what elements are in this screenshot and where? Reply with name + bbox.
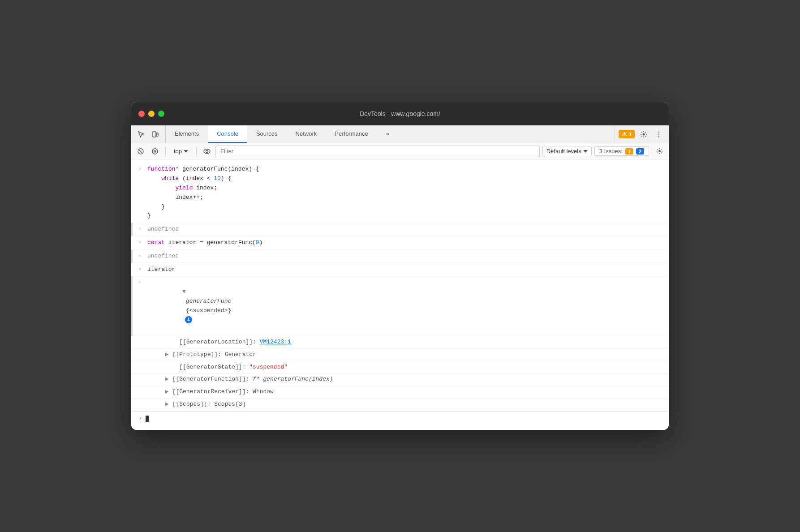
issues-badge[interactable]: ⚠ 1 <box>619 130 635 138</box>
close-button[interactable] <box>138 111 145 117</box>
minimize-button[interactable] <box>148 111 155 117</box>
tabs-container: Elements Console Sources Network Perform… <box>166 125 615 143</box>
result-arrow: ‹ <box>138 225 147 233</box>
window-title: DevTools - www.google.com/ <box>360 110 440 117</box>
input-prompt: › <box>138 414 142 424</box>
svg-point-12 <box>206 150 208 152</box>
tab-performance[interactable]: Performance <box>326 125 377 143</box>
list-item: ‹ undefined <box>131 250 669 263</box>
context-dropdown[interactable]: top <box>170 146 192 156</box>
console-output: › function* generatorFunc(index) { while… <box>131 159 669 429</box>
result-arrow: ‹ <box>138 279 147 287</box>
filter-input[interactable] <box>215 146 540 157</box>
inspect-element-button[interactable] <box>135 128 147 141</box>
clear-console-button[interactable] <box>135 146 146 157</box>
info-icon[interactable]: i <box>185 316 192 323</box>
traffic-lights <box>138 111 164 117</box>
no-errors-button[interactable] <box>149 146 161 157</box>
svg-line-7 <box>139 150 142 153</box>
divider <box>165 147 166 156</box>
more-tabs-button[interactable]: » <box>377 125 398 143</box>
code-content: const iterator = generatorFunc(0) <box>147 238 662 248</box>
expand-arrow[interactable]: › <box>138 165 147 173</box>
tab-elements[interactable]: Elements <box>166 125 208 143</box>
devtools-window: DevTools - www.google.com/ Elements Cons <box>131 102 669 429</box>
warning-count-badge: 1 <box>625 148 633 154</box>
issues-count-button[interactable]: 3 Issues: 1 2 <box>594 146 649 156</box>
code-content: function* generatorFunc(index) { while (… <box>147 165 662 221</box>
code-content: iterator <box>147 265 662 275</box>
tab-network[interactable]: Network <box>287 125 326 143</box>
main-toolbar: Elements Console Sources Network Perform… <box>131 125 669 143</box>
list-item: › function* generatorFunc(index) { while… <box>131 163 669 223</box>
svg-point-3 <box>658 132 659 133</box>
settings-button[interactable] <box>637 128 650 141</box>
svg-point-2 <box>643 133 645 135</box>
toolbar-right: ⚠ 1 <box>615 125 669 143</box>
console-cursor[interactable] <box>146 416 149 422</box>
console-input-row: › <box>131 411 669 426</box>
list-item: ‹ undefined <box>131 223 669 236</box>
log-levels-dropdown[interactable]: Default levels <box>542 146 592 156</box>
list-item: ▶ [[Scopes]]: Scopes[3] <box>131 399 669 411</box>
svg-point-13 <box>658 150 661 152</box>
device-toolbar-button[interactable] <box>149 128 162 141</box>
list-item: ▶ [[GeneratorFunction]]: f* generatorFun… <box>131 373 669 386</box>
info-count-badge: 2 <box>636 148 644 154</box>
expand-arrow[interactable]: › <box>138 266 147 274</box>
live-expressions-button[interactable] <box>201 146 213 157</box>
warning-icon: ⚠ <box>622 131 627 137</box>
console-settings-button[interactable] <box>654 146 665 157</box>
divider2 <box>196 147 197 156</box>
maximize-button[interactable] <box>158 111 164 117</box>
toolbar-left <box>131 125 166 143</box>
list-item: ‹ ▼ generatorFunc {<suspended>} i <box>131 276 669 336</box>
svg-rect-0 <box>153 132 156 137</box>
generator-location-link[interactable]: VM12423:1 <box>260 339 291 345</box>
list-item: ▶ [[Prototype]]: Generator <box>131 349 669 361</box>
tab-sources[interactable]: Sources <box>247 125 287 143</box>
list-item: › const iterator = generatorFunc(0) <box>131 236 669 250</box>
more-options-button[interactable] <box>653 128 665 141</box>
svg-point-5 <box>658 136 659 137</box>
svg-rect-1 <box>156 133 158 136</box>
console-toolbar: top Default levels 3 Issues: 1 2 <box>131 143 669 159</box>
list-item: ▶ [[GeneratorReceiver]]: Window <box>131 386 669 399</box>
generator-object: ▼ generatorFunc {<suspended>} i <box>147 278 662 334</box>
result-value: undefined <box>147 225 662 234</box>
list-item: [[GeneratorLocation]]: VM12423:1 <box>131 336 669 349</box>
expand-arrow[interactable]: › <box>138 239 147 247</box>
result-value: undefined <box>147 252 662 261</box>
tab-console[interactable]: Console <box>208 125 247 143</box>
title-bar: DevTools - www.google.com/ <box>131 102 669 125</box>
list-item: [[GeneratorState]]: "suspended" <box>131 361 669 374</box>
svg-point-4 <box>658 134 659 135</box>
svg-point-11 <box>204 149 210 154</box>
list-item: › iterator <box>131 263 669 277</box>
result-arrow: ‹ <box>138 252 147 260</box>
